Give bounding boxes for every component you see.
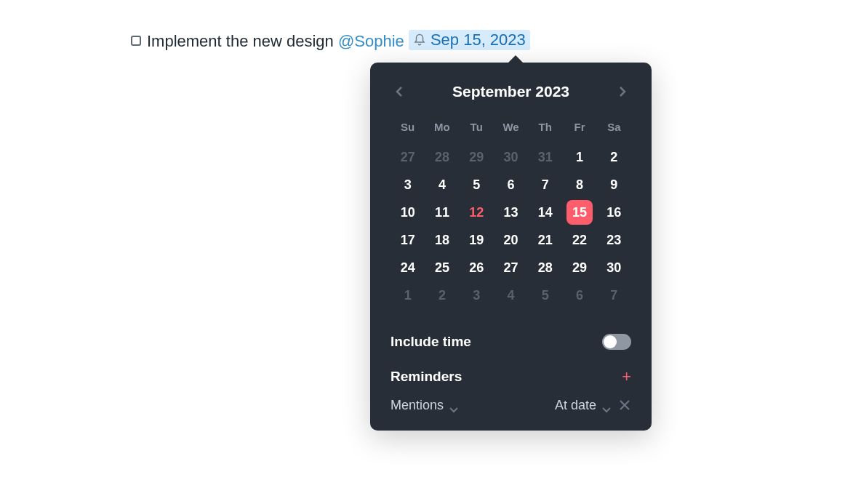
calendar-day[interactable]: 8 [562,171,596,199]
calendar-day[interactable]: 25 [425,254,459,281]
calendar-day[interactable]: 18 [425,226,459,254]
chevron-left-icon [396,86,403,97]
calendar-day[interactable]: 20 [494,226,528,254]
chevron-right-icon [619,86,626,97]
calendar-day[interactable]: 12 [460,199,494,226]
weekday-header: We [494,121,528,143]
toggle-knob [604,335,617,348]
reminder-type-select[interactable]: Mentions [391,398,458,413]
calendar-day[interactable]: 4 [425,171,459,199]
calendar-day[interactable]: 23 [597,226,631,254]
calendar-day[interactable]: 28 [425,143,459,171]
calendar-day[interactable]: 14 [528,199,562,226]
reminder-type-value: Mentions [391,398,444,413]
next-month-button[interactable] [614,83,631,100]
bell-icon [413,33,426,47]
calendar-day[interactable]: 2 [597,143,631,171]
task-text: Implement the new design @Sophie Sep 15,… [147,30,530,51]
task-line: Implement the new design @Sophie Sep 15,… [131,30,530,51]
calendar-day[interactable]: 5 [528,281,562,309]
include-time-row: Include time [391,334,631,350]
weekday-header: Su [391,121,425,143]
calendar-day[interactable]: 28 [528,254,562,281]
calendar-day[interactable]: 5 [460,171,494,199]
calendar-day[interactable]: 26 [460,254,494,281]
include-time-label: Include time [391,334,471,350]
calendar-day[interactable]: 29 [562,254,596,281]
calendar-day[interactable]: 15 [562,199,596,226]
calendar-day[interactable]: 6 [494,171,528,199]
calendar-day[interactable]: 19 [460,226,494,254]
calendar-day[interactable]: 29 [460,143,494,171]
calendar-day[interactable]: 22 [562,226,596,254]
calendar-day[interactable]: 21 [528,226,562,254]
calendar-day[interactable]: 10 [391,199,425,226]
date-chip[interactable]: Sep 15, 2023 [409,30,530,50]
weekday-header: Mo [425,121,459,143]
include-time-toggle[interactable] [602,334,631,350]
weekday-header: Fr [562,121,596,143]
calendar-day[interactable]: 30 [494,143,528,171]
calendar-day[interactable]: 6 [562,281,596,309]
add-reminder-button[interactable]: + [622,369,631,385]
mention[interactable]: @Sophie [338,32,404,50]
calendar-day[interactable]: 27 [494,254,528,281]
chevron-down-icon [602,407,611,413]
chevron-down-icon [449,407,458,413]
reminders-header-row: Reminders + [391,369,631,385]
remove-reminder-button[interactable] [620,400,631,412]
calendar-day[interactable]: 3 [391,171,425,199]
calendar-day[interactable]: 13 [494,199,528,226]
reminder-when-select[interactable]: At date [555,398,611,413]
calendar-day[interactable]: 16 [597,199,631,226]
reminders-label: Reminders [391,369,462,385]
task-checkbox[interactable] [131,36,141,46]
weekday-header: Th [528,121,562,143]
calendar-day[interactable]: 24 [391,254,425,281]
weekday-header: Sa [597,121,631,143]
close-icon [620,400,630,410]
calendar-day[interactable]: 31 [528,143,562,171]
prev-month-button[interactable] [391,83,408,100]
calendar-day[interactable]: 3 [460,281,494,309]
calendar-day[interactable]: 7 [597,281,631,309]
calendar-day[interactable]: 4 [494,281,528,309]
calendar-day[interactable]: 1 [391,281,425,309]
calendar-grid: SuMoTuWeThFrSa27282930311234567891011121… [391,121,631,309]
calendar-day[interactable]: 9 [597,171,631,199]
calendar-day[interactable]: 17 [391,226,425,254]
calendar-day[interactable]: 30 [597,254,631,281]
calendar-day[interactable]: 27 [391,143,425,171]
calendar-day[interactable]: 7 [528,171,562,199]
calendar-day[interactable]: 2 [425,281,459,309]
date-popover: September 2023 SuMoTuWeThFrSa27282930311… [370,63,652,431]
reminder-when-value: At date [555,398,596,413]
calendar-day[interactable]: 1 [562,143,596,171]
calendar-header: September 2023 [391,83,631,100]
weekday-header: Tu [460,121,494,143]
reminder-row: Mentions At date [391,398,631,413]
calendar-title: September 2023 [452,83,569,100]
calendar-day[interactable]: 11 [425,199,459,226]
